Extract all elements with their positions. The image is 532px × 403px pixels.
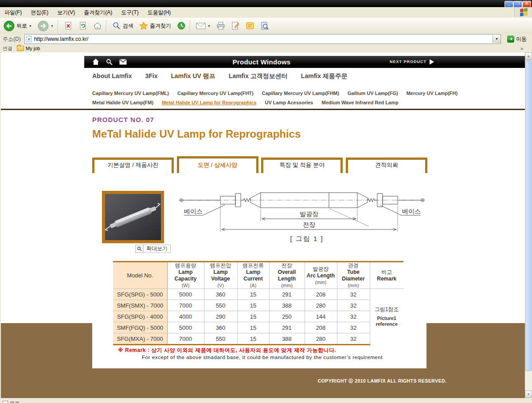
header-english: Remark (370, 276, 404, 282)
tab-item[interactable]: 기본설명 / 제품사진 (92, 158, 174, 173)
print-button[interactable] (214, 20, 227, 31)
address-input[interactable]: e http://www.lamfix.co.kr/ ▼ (24, 34, 501, 44)
vertical-scrollbar[interactable]: ▲ ▼ (525, 52, 532, 398)
menu-item[interactable]: 파일(F) (0, 8, 26, 18)
links-bar: 연결 My job » (0, 44, 532, 53)
stop-icon (64, 21, 73, 30)
subnav-item[interactable]: Metal Halide UV Lamp for Reprographics (162, 100, 256, 105)
subnav-item[interactable]: Mercury UV Lamp(FH) (407, 91, 458, 96)
diagram-base-right-label: 베이스 (402, 208, 421, 215)
remark-cell: 그림1참조Picture1reference (370, 289, 403, 345)
scroll-down-button[interactable]: ▼ (525, 391, 532, 398)
refresh-button[interactable] (76, 20, 90, 31)
links-item-myjob[interactable]: My job (26, 46, 40, 51)
back-dropdown-icon[interactable]: ▼ (29, 24, 32, 28)
nav-item[interactable]: Lamfix 제품주문 (301, 72, 348, 80)
folder-icon (17, 46, 24, 51)
scroll-up-button[interactable]: ▲ (525, 52, 532, 60)
header-korean: 램프전압 (204, 262, 237, 269)
spec-col-header: 램프전압Lamp Voltage(V) (204, 262, 237, 289)
status-text: 완료 (10, 400, 20, 403)
model-cell: SMF(FGQ) - 5000 (113, 322, 167, 333)
subnav-item[interactable]: Medium Wave Infrared Red Lamp (321, 100, 398, 105)
menu-item[interactable]: 편집(E) (26, 8, 53, 18)
photo-zoom-button[interactable]: 확대보기 (135, 245, 171, 253)
favorites-label: 즐겨찾기 (150, 22, 171, 30)
subnav-item[interactable]: UV Lamp Acessories (265, 100, 313, 105)
toolbar-separator (58, 20, 59, 32)
home-button[interactable] (91, 20, 104, 31)
value-cell: 280 (305, 300, 337, 311)
discuss-button[interactable] (243, 20, 257, 31)
toolbar-separator (106, 20, 107, 32)
tab-item[interactable]: 견적의뢰 (346, 158, 427, 173)
subnav-item[interactable]: Gallium UV Lamp(FG) (348, 91, 398, 96)
menu-item[interactable]: 도움말(H) (143, 8, 176, 18)
windows-logo-icon (514, 7, 532, 17)
next-product-button[interactable]: NEXT PRODUCT (390, 56, 434, 68)
status-page-icon (3, 401, 8, 403)
tab-item[interactable]: 특징 및 적용 분야 (261, 158, 343, 173)
minimize-button[interactable]: _ (505, 1, 513, 8)
mail-button[interactable]: ▼ (194, 21, 213, 31)
close-button[interactable]: ✕ (522, 1, 531, 8)
value-cell: 388 (269, 333, 305, 345)
tab-active[interactable]: 도면 / 상세사양 (177, 156, 258, 173)
favorites-button[interactable]: 즐겨찾기 (137, 20, 173, 31)
model-cell: SMF(SMX) - 7000 (113, 300, 167, 311)
subnav-item[interactable]: Capillary Mercury UV Lamp(FML) (92, 91, 169, 96)
subnav-item[interactable]: Metal Halide UV Lamp(FM) (92, 100, 153, 105)
subnav-item[interactable]: Capillary Mercury UV Lamp(FHT) (177, 91, 254, 96)
forward-dropdown-icon[interactable]: ▼ (51, 24, 54, 28)
forward-button[interactable]: ▼ (35, 20, 56, 32)
product-photo[interactable] (102, 191, 164, 243)
links-overflow-chevron[interactable]: » (520, 46, 532, 51)
subnav-item[interactable]: Capillary Mercury UV Lamp(FHM) (262, 91, 339, 96)
print-icon (216, 21, 225, 30)
spec-col-header: 전장Overall Length(mm) (269, 262, 305, 289)
header-korean: 전장 (270, 262, 305, 269)
model-cell: SFG(SPG) - 5000 (113, 289, 167, 300)
value-cell: 5000 (167, 289, 204, 300)
header-english: Lamp Capacity (168, 269, 204, 282)
scroll-thumb[interactable] (525, 60, 532, 371)
value-cell: 5000 (167, 322, 204, 333)
menu-item[interactable]: 도구(T) (117, 8, 143, 18)
research-button[interactable] (258, 20, 271, 31)
go-arrow-icon: ➔ (507, 36, 514, 43)
nav-item[interactable]: Lamfix UV 램프 (171, 72, 215, 80)
address-dropdown-icon[interactable]: ▼ (493, 35, 501, 43)
nav-item[interactable]: 3Fix (145, 72, 157, 80)
model-cell: SFG(MXA) - 7000 (113, 333, 167, 345)
edit-button[interactable] (229, 20, 242, 31)
stop-button[interactable] (62, 20, 75, 31)
value-cell: 280 (305, 333, 337, 345)
spec-table: Model No.램프용량Lamp Capacity(W)램프전압Lamp Vo… (113, 261, 403, 345)
nav-item[interactable]: About Lamfix (92, 72, 132, 80)
restore-button[interactable]: ❐ (513, 1, 522, 8)
value-cell: 32 (337, 300, 370, 311)
back-button[interactable]: 뒤로 ▼ (1, 20, 34, 32)
search-icon (112, 21, 121, 30)
mail-dropdown-icon[interactable]: ▼ (207, 24, 211, 28)
window-titlebar[interactable] (0, 0, 532, 7)
go-button[interactable]: ➔ 이동 (505, 35, 529, 43)
menu-item[interactable]: 즐겨찾기(A) (79, 8, 117, 18)
nav-item[interactable]: Lamfix 고객정보센터 (229, 72, 288, 80)
history-button[interactable] (175, 20, 188, 31)
photo-zoom-label: 확대보기 (144, 245, 170, 253)
value-cell: 7000 (167, 300, 204, 311)
status-bar: 완료 (0, 398, 532, 403)
value-cell: 360 (204, 322, 237, 333)
search-label: 검색 (123, 22, 133, 30)
lamp-photo-image (105, 194, 161, 240)
svg-text:e: e (28, 36, 30, 41)
research-icon (260, 21, 269, 30)
search-button[interactable]: 검색 (110, 20, 136, 31)
header-unit: (W) (168, 282, 204, 288)
menu-item[interactable]: 보기(V) (53, 8, 79, 18)
value-cell: 32 (337, 322, 370, 333)
header-korean: 비고 (370, 269, 404, 276)
model-cell: SFG(SPG) - 4000 (113, 311, 167, 322)
value-cell: 15 (237, 289, 269, 300)
